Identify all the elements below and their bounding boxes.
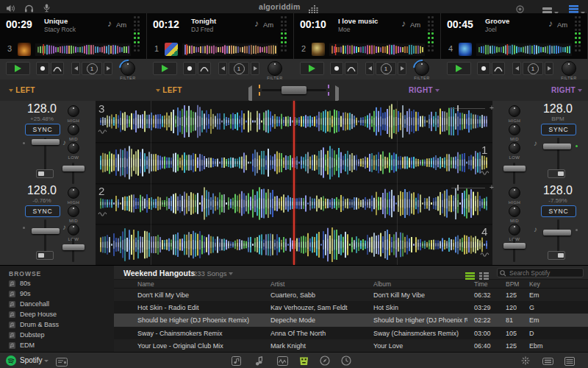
column-header-key[interactable]: Key (529, 280, 540, 288)
tempo-fader-handle[interactable] (543, 144, 571, 149)
column-header-artist[interactable]: Artist (270, 280, 284, 288)
column-header-album[interactable]: Album (373, 280, 391, 288)
table-row[interactable]: Sway - Chainsmokers RemixAnna Of The Nor… (114, 327, 588, 339)
mini-waveform[interactable] (329, 43, 425, 56)
zoom-slider-handle[interactable] (457, 105, 459, 111)
source-select[interactable]: Spotify (20, 356, 49, 364)
eq-mid-knob[interactable] (68, 205, 79, 217)
mini-waveform[interactable] (182, 43, 278, 56)
sync-button[interactable]: SYNC (541, 124, 576, 135)
grid-view-icon[interactable] (564, 355, 575, 368)
eq-high-knob[interactable] (509, 105, 520, 117)
eq-mid-knob[interactable] (68, 124, 79, 135)
loop-back-button[interactable] (218, 62, 227, 75)
sidebar-item[interactable]: Drum & Bass (0, 320, 114, 330)
volume-fader-handle[interactable] (503, 166, 526, 171)
play-button[interactable] (6, 62, 30, 75)
music-note-icon[interactable] (255, 355, 264, 368)
cue-button[interactable] (183, 62, 196, 75)
zoom-slider[interactable] (451, 108, 485, 109)
waveform-view-icon[interactable] (277, 355, 288, 368)
volume-fader-handle[interactable] (62, 166, 85, 171)
tempo-fader-handle[interactable] (32, 139, 60, 145)
cue-monitor-toggle[interactable] (548, 169, 565, 178)
eq-mid-knob[interactable] (509, 124, 520, 135)
volume-fader-handle[interactable] (62, 244, 85, 250)
cue-button[interactable] (330, 62, 343, 75)
tempo-fader-handle[interactable] (32, 228, 60, 234)
sync-button[interactable]: SYNC (25, 205, 60, 217)
filter-knob[interactable] (562, 61, 576, 76)
eq-high-knob[interactable] (509, 187, 520, 199)
zoom-plus-icon[interactable]: + (490, 183, 494, 191)
sidebar-item[interactable]: 90s (0, 289, 114, 300)
mini-waveform[interactable] (35, 43, 131, 56)
mini-waveform[interactable] (476, 43, 572, 56)
crossfader-left-arrow[interactable] (248, 88, 252, 101)
loop-forward-button[interactable] (251, 62, 259, 75)
waveform-mode-icon[interactable] (98, 128, 109, 135)
loop-button[interactable]: 1 (523, 62, 543, 75)
tempo-fader-handle[interactable] (543, 230, 571, 236)
deck-assign-right-top[interactable]: RIGHT (409, 86, 440, 94)
eq-mid-knob[interactable] (509, 205, 520, 217)
waveform-mode-icon[interactable] (480, 251, 491, 258)
table-row[interactable]: Hot Skin - Radio EditKav Verhouzer, Sam … (114, 301, 588, 314)
filter-knob[interactable] (268, 61, 282, 76)
deck-assign-left-bottom[interactable]: LEFT (156, 86, 182, 94)
waveform-mode-icon[interactable] (480, 169, 491, 177)
play-button[interactable] (447, 62, 471, 75)
volume-fader-track[interactable] (513, 238, 515, 262)
pitch-bend-button[interactable] (198, 62, 211, 75)
crates-icon[interactable] (298, 355, 309, 368)
eq-low-knob[interactable] (68, 142, 79, 154)
cue-button[interactable] (477, 62, 490, 75)
cue-monitor-toggle[interactable] (36, 169, 54, 178)
artwork-view-icon[interactable] (232, 355, 242, 368)
loop-forward-button[interactable] (104, 62, 112, 75)
play-button[interactable] (153, 62, 177, 75)
tempo-fader-track[interactable] (557, 219, 559, 252)
table-row[interactable]: Your Love - Original Club MixMark Knight… (114, 339, 588, 352)
sidebar-item[interactable]: Deep House (0, 310, 114, 320)
sidebar-item[interactable]: Dancehall (0, 300, 114, 310)
loop-back-button[interactable] (365, 62, 374, 75)
sidebar-item[interactable]: EDM (0, 341, 114, 351)
queue-icon[interactable] (56, 356, 68, 368)
eq-low-knob[interactable] (509, 224, 520, 236)
history-clock-icon[interactable] (341, 355, 351, 368)
column-header-bpm[interactable]: BPM (506, 280, 519, 288)
column-header-name[interactable]: Name (137, 280, 154, 288)
zoom-slider-handle[interactable] (457, 185, 459, 191)
table-row[interactable]: Don't Kill My VibeCuartero, SabbDon't Ki… (114, 289, 588, 301)
loop-forward-button[interactable] (398, 62, 406, 75)
song-count[interactable]: 233 Songs (193, 269, 233, 277)
volume-fader-handle[interactable] (503, 243, 526, 249)
pitch-bend-button[interactable] (492, 62, 505, 75)
sidebar-item[interactable]: 80s (0, 279, 114, 289)
cue-button[interactable] (36, 62, 49, 75)
cue-monitor-toggle[interactable] (36, 251, 54, 260)
volume-fader-track[interactable] (72, 238, 74, 262)
crossfader-right-arrow[interactable] (335, 88, 339, 101)
zoom-plus-icon[interactable]: + (490, 104, 494, 112)
loop-back-button[interactable] (71, 62, 80, 75)
eq-low-knob[interactable] (68, 224, 79, 236)
loop-button[interactable]: 1 (376, 62, 396, 75)
eq-low-knob[interactable] (509, 142, 520, 154)
sync-button[interactable]: SYNC (25, 124, 60, 135)
loop-forward-button[interactable] (545, 62, 553, 75)
eq-high-knob[interactable] (68, 105, 79, 117)
loop-back-button[interactable] (512, 62, 521, 75)
play-button[interactable] (300, 62, 324, 75)
search-input[interactable] (497, 268, 584, 277)
column-header-time[interactable]: Time (474, 280, 488, 288)
pitch-bend-button[interactable] (345, 62, 358, 75)
sidebar-item[interactable]: Dubstep (0, 330, 114, 341)
eq-high-knob[interactable] (68, 187, 79, 199)
compass-icon[interactable] (320, 355, 330, 368)
zoom-slider[interactable] (451, 188, 485, 188)
crossfader-handle[interactable] (282, 86, 306, 94)
tempo-fader-track[interactable] (557, 138, 559, 170)
pitch-bend-button[interactable] (51, 62, 64, 75)
